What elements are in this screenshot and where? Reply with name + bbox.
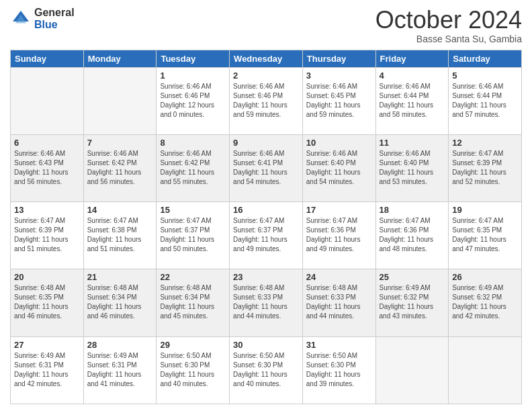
calendar-day-cell: 9Sunrise: 6:46 AM Sunset: 6:41 PM Daylig… <box>230 134 303 201</box>
logo-general-text: General <box>34 7 75 19</box>
calendar-day-cell: 13Sunrise: 6:47 AM Sunset: 6:39 PM Dayli… <box>11 202 84 269</box>
calendar-week-row: 13Sunrise: 6:47 AM Sunset: 6:39 PM Dayli… <box>11 202 522 269</box>
day-number: 5 <box>452 71 518 81</box>
calendar-day-cell <box>83 67 157 134</box>
day-number: 14 <box>87 205 153 215</box>
day-info: Sunrise: 6:46 AM Sunset: 6:42 PM Dayligh… <box>87 149 153 187</box>
day-info: Sunrise: 6:47 AM Sunset: 6:39 PM Dayligh… <box>452 149 518 187</box>
day-number: 20 <box>14 272 80 282</box>
calendar-week-row: 27Sunrise: 6:49 AM Sunset: 6:31 PM Dayli… <box>11 336 522 404</box>
day-number: 23 <box>233 272 299 282</box>
day-info: Sunrise: 6:47 AM Sunset: 6:39 PM Dayligh… <box>14 216 80 254</box>
day-info: Sunrise: 6:46 AM Sunset: 6:40 PM Dayligh… <box>306 149 372 187</box>
title-area: October 2024 Basse Santa Su, Gambia <box>375 7 522 44</box>
logo-text: General Blue <box>34 7 75 30</box>
day-info: Sunrise: 6:47 AM Sunset: 6:37 PM Dayligh… <box>233 216 299 254</box>
day-number: 1 <box>160 71 226 81</box>
day-number: 30 <box>233 340 299 350</box>
calendar-day-cell: 8Sunrise: 6:46 AM Sunset: 6:42 PM Daylig… <box>157 134 230 201</box>
day-info: Sunrise: 6:46 AM Sunset: 6:44 PM Dayligh… <box>380 82 445 120</box>
calendar-day-cell: 25Sunrise: 6:49 AM Sunset: 6:32 PM Dayli… <box>375 269 449 336</box>
day-info: Sunrise: 6:47 AM Sunset: 6:37 PM Dayligh… <box>160 216 226 254</box>
day-number: 4 <box>380 71 445 81</box>
calendar-table: Sunday Monday Tuesday Wednesday Thursday… <box>10 50 522 404</box>
header-thursday: Thursday <box>302 50 375 67</box>
day-info: Sunrise: 6:46 AM Sunset: 6:40 PM Dayligh… <box>380 149 445 187</box>
day-info: Sunrise: 6:49 AM Sunset: 6:31 PM Dayligh… <box>87 351 153 389</box>
logo-icon <box>10 8 32 30</box>
calendar-day-cell: 30Sunrise: 6:50 AM Sunset: 6:30 PM Dayli… <box>230 336 303 404</box>
day-number: 27 <box>14 340 80 350</box>
day-info: Sunrise: 6:50 AM Sunset: 6:30 PM Dayligh… <box>306 351 372 389</box>
day-info: Sunrise: 6:49 AM Sunset: 6:32 PM Dayligh… <box>452 283 518 321</box>
header: General Blue October 2024 Basse Santa Su… <box>10 7 522 44</box>
day-info: Sunrise: 6:48 AM Sunset: 6:33 PM Dayligh… <box>306 283 372 321</box>
day-info: Sunrise: 6:50 AM Sunset: 6:30 PM Dayligh… <box>233 351 299 389</box>
calendar-week-row: 1Sunrise: 6:46 AM Sunset: 6:46 PM Daylig… <box>11 67 522 134</box>
calendar-day-cell: 20Sunrise: 6:48 AM Sunset: 6:35 PM Dayli… <box>11 269 84 336</box>
calendar-day-cell: 1Sunrise: 6:46 AM Sunset: 6:46 PM Daylig… <box>157 67 230 134</box>
day-number: 15 <box>160 205 226 215</box>
calendar-day-cell: 11Sunrise: 6:46 AM Sunset: 6:40 PM Dayli… <box>375 134 449 201</box>
header-wednesday: Wednesday <box>230 50 303 67</box>
day-number: 12 <box>452 138 518 148</box>
header-friday: Friday <box>375 50 449 67</box>
header-monday: Monday <box>83 50 157 67</box>
day-info: Sunrise: 6:46 AM Sunset: 6:46 PM Dayligh… <box>160 82 226 120</box>
day-number: 28 <box>87 340 153 350</box>
header-sunday: Sunday <box>11 50 84 67</box>
day-info: Sunrise: 6:48 AM Sunset: 6:34 PM Dayligh… <box>160 283 226 321</box>
day-number: 3 <box>306 71 372 81</box>
calendar-day-cell: 6Sunrise: 6:46 AM Sunset: 6:43 PM Daylig… <box>11 134 84 201</box>
calendar-day-cell: 21Sunrise: 6:48 AM Sunset: 6:34 PM Dayli… <box>83 269 157 336</box>
calendar-day-cell: 3Sunrise: 6:46 AM Sunset: 6:45 PM Daylig… <box>302 67 375 134</box>
day-number: 31 <box>306 340 372 350</box>
calendar-day-cell: 29Sunrise: 6:50 AM Sunset: 6:30 PM Dayli… <box>157 336 230 404</box>
day-number: 8 <box>160 138 226 148</box>
day-info: Sunrise: 6:46 AM Sunset: 6:44 PM Dayligh… <box>452 82 518 120</box>
month-title: October 2024 <box>375 7 522 34</box>
calendar-day-cell: 5Sunrise: 6:46 AM Sunset: 6:44 PM Daylig… <box>449 67 522 134</box>
day-info: Sunrise: 6:46 AM Sunset: 6:41 PM Dayligh… <box>233 149 299 187</box>
calendar-day-cell: 27Sunrise: 6:49 AM Sunset: 6:31 PM Dayli… <box>11 336 84 404</box>
calendar-day-cell: 7Sunrise: 6:46 AM Sunset: 6:42 PM Daylig… <box>83 134 157 201</box>
calendar-week-row: 6Sunrise: 6:46 AM Sunset: 6:43 PM Daylig… <box>11 134 522 201</box>
calendar-day-cell: 2Sunrise: 6:46 AM Sunset: 6:46 PM Daylig… <box>230 67 303 134</box>
header-tuesday: Tuesday <box>157 50 230 67</box>
calendar-day-cell: 18Sunrise: 6:47 AM Sunset: 6:36 PM Dayli… <box>375 202 449 269</box>
day-info: Sunrise: 6:50 AM Sunset: 6:30 PM Dayligh… <box>160 351 226 389</box>
day-number: 22 <box>160 272 226 282</box>
weekday-header-row: Sunday Monday Tuesday Wednesday Thursday… <box>11 50 522 67</box>
day-info: Sunrise: 6:47 AM Sunset: 6:35 PM Dayligh… <box>452 216 518 254</box>
calendar-day-cell <box>375 336 449 404</box>
calendar-day-cell <box>449 336 522 404</box>
day-number: 7 <box>87 138 153 148</box>
calendar-day-cell: 22Sunrise: 6:48 AM Sunset: 6:34 PM Dayli… <box>157 269 230 336</box>
day-info: Sunrise: 6:46 AM Sunset: 6:45 PM Dayligh… <box>306 82 372 120</box>
day-number: 24 <box>306 272 372 282</box>
day-number: 25 <box>380 272 445 282</box>
day-info: Sunrise: 6:48 AM Sunset: 6:34 PM Dayligh… <box>87 283 153 321</box>
day-number: 13 <box>14 205 80 215</box>
calendar-day-cell: 4Sunrise: 6:46 AM Sunset: 6:44 PM Daylig… <box>375 67 449 134</box>
day-number: 29 <box>160 340 226 350</box>
calendar-day-cell: 24Sunrise: 6:48 AM Sunset: 6:33 PM Dayli… <box>302 269 375 336</box>
calendar-day-cell: 26Sunrise: 6:49 AM Sunset: 6:32 PM Dayli… <box>449 269 522 336</box>
calendar-week-row: 20Sunrise: 6:48 AM Sunset: 6:35 PM Dayli… <box>11 269 522 336</box>
day-number: 9 <box>233 138 299 148</box>
calendar-day-cell: 28Sunrise: 6:49 AM Sunset: 6:31 PM Dayli… <box>83 336 157 404</box>
location-subtitle: Basse Santa Su, Gambia <box>375 34 522 44</box>
day-number: 19 <box>452 205 518 215</box>
header-saturday: Saturday <box>449 50 522 67</box>
day-number: 11 <box>380 138 445 148</box>
calendar-day-cell: 16Sunrise: 6:47 AM Sunset: 6:37 PM Dayli… <box>230 202 303 269</box>
day-info: Sunrise: 6:47 AM Sunset: 6:36 PM Dayligh… <box>306 216 372 254</box>
day-number: 2 <box>233 71 299 81</box>
calendar-day-cell: 31Sunrise: 6:50 AM Sunset: 6:30 PM Dayli… <box>302 336 375 404</box>
day-number: 21 <box>87 272 153 282</box>
calendar-day-cell: 12Sunrise: 6:47 AM Sunset: 6:39 PM Dayli… <box>449 134 522 201</box>
day-number: 26 <box>452 272 518 282</box>
logo: General Blue <box>10 7 75 30</box>
day-number: 16 <box>233 205 299 215</box>
calendar-day-cell: 17Sunrise: 6:47 AM Sunset: 6:36 PM Dayli… <box>302 202 375 269</box>
